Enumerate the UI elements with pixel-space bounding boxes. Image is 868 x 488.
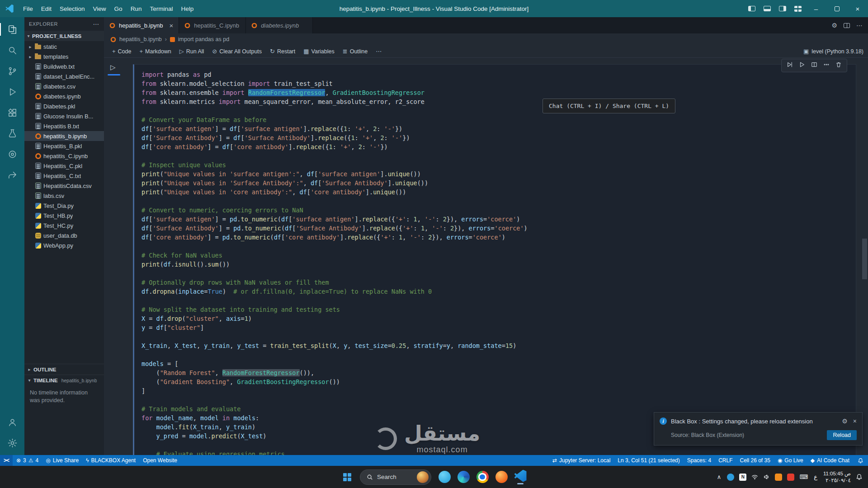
app-vscode-icon[interactable] — [511, 467, 530, 488]
toolbar-more-actions[interactable]: ⋯ — [372, 47, 385, 56]
tab-hepatitis-b-ipynb[interactable]: hepatitis_b.ipynb× — [104, 17, 179, 33]
menu-selection[interactable]: Selection — [56, 4, 89, 14]
code-cell[interactable]: import pandas as pdfrom sklearn.model_se… — [133, 64, 856, 455]
customize-layout-icon[interactable] — [794, 6, 802, 12]
problems[interactable]: ⊗3⚠4 — [13, 455, 42, 466]
activity-extensions-icon[interactable] — [0, 102, 24, 123]
gear-icon[interactable]: ⚙ — [831, 22, 837, 29]
indentation[interactable]: Spaces: 4 — [684, 455, 715, 466]
folder-static[interactable]: ▸static — [24, 42, 104, 52]
file-labs-csv[interactable]: labs.csv — [24, 191, 104, 201]
close-button[interactable]: × — [847, 0, 868, 17]
notification-close-icon[interactable]: × — [853, 418, 857, 425]
app-messenger-icon[interactable] — [435, 467, 454, 488]
menu-view[interactable]: View — [89, 4, 110, 14]
notification-gear-icon[interactable]: ⚙ — [842, 418, 848, 425]
menu-go[interactable]: Go — [110, 4, 127, 14]
file-test-hb-py[interactable]: Test_HB.py — [24, 211, 104, 221]
editor-scrollbar[interactable] — [862, 239, 867, 279]
toolbar-outline[interactable]: ≣Outline — [339, 47, 372, 56]
go-live[interactable]: ◉Go Live — [774, 455, 807, 466]
maximize-button[interactable] — [826, 0, 847, 17]
cell-position[interactable]: Cell 26 of 35 — [736, 455, 774, 466]
live-share[interactable]: ◎Live Share — [42, 455, 82, 466]
file-diabetes-ipynb[interactable]: diabetes.ipynb — [24, 91, 104, 101]
execute-cell-icon[interactable] — [799, 61, 805, 70]
n-app-tray-icon[interactable]: N — [739, 474, 746, 481]
menu-file[interactable]: File — [19, 4, 37, 14]
breadcrumb-file[interactable]: hepatitis_b.ipynb — [119, 36, 162, 42]
file-hepatitis-c-txt[interactable]: Hepatitis_C.txt — [24, 171, 104, 181]
file-diabetes-csv[interactable]: diabetes.csv — [24, 81, 104, 91]
activity-blackbox-icon[interactable] — [0, 144, 24, 164]
toolbar-restart[interactable]: ↻Restart — [266, 47, 299, 56]
activity-run-debug-icon[interactable] — [0, 81, 24, 102]
reload-button[interactable]: Reload — [827, 430, 857, 440]
red-app-tray-icon[interactable] — [787, 474, 794, 481]
file-hepatitis-b-pkl[interactable]: Hepatitis_B.pkl — [24, 141, 104, 151]
app-edge-icon[interactable] — [454, 467, 473, 488]
blackbox-agent[interactable]: ϟBLACKBOX Agent — [82, 455, 139, 466]
toolbar-run-all[interactable]: ▷Run All — [176, 47, 208, 56]
file-webapp-py[interactable]: WebApp.py — [24, 240, 104, 250]
menu-terminal[interactable]: Terminal — [146, 4, 177, 14]
taskbar-clock[interactable]: 11:05:45 ص ٢٠٢٥/٠٩/٠٤ — [823, 470, 851, 484]
file-hepatitis-c-pkl[interactable]: Hepatitis_C.pkl — [24, 161, 104, 171]
eol-sequence[interactable]: CRLF — [715, 455, 736, 466]
more-actions-icon[interactable] — [823, 61, 830, 70]
file-hepatitis-c-ipynb[interactable]: hepatitis_C.ipynb — [24, 151, 104, 161]
activity-live-share-icon[interactable] — [0, 164, 24, 185]
touch-keyboard-icon[interactable]: ⌨ — [799, 474, 808, 480]
delete-cell-icon[interactable] — [835, 61, 842, 70]
volume-icon[interactable] — [763, 474, 770, 480]
folder-templates[interactable]: ▸templates — [24, 52, 104, 61]
cursor-position[interactable]: Ln 3, Col 51 (21 selected) — [614, 455, 683, 466]
breadcrumb-cell[interactable]: import pandas as pd — [178, 36, 229, 42]
file-hepatitis-b-ipynb[interactable]: hepatitis_b.ipynb — [24, 131, 104, 141]
file-diabetes-pkl[interactable]: Diabetes.pkl — [24, 101, 104, 111]
remote-indicator[interactable]: >< — [0, 455, 13, 466]
tray-expand-icon[interactable]: ∧ — [716, 474, 722, 480]
file-buildweb-txt[interactable]: Buildweb.txt — [24, 61, 104, 71]
search-highlight-icon[interactable] — [417, 471, 429, 483]
section-project-illness[interactable]: ▾ PROJECT_ILLNESS — [24, 31, 104, 41]
toggle-secondary-sidebar-icon[interactable] — [779, 6, 786, 11]
app-chrome-icon[interactable] — [473, 467, 492, 488]
app-orange-browser-icon[interactable] — [492, 467, 511, 488]
wifi-icon[interactable] — [751, 474, 758, 480]
file-dataset-labelenc[interactable]: dataset_LabelEnc... — [24, 71, 104, 81]
close-icon[interactable]: × — [170, 22, 174, 29]
toggle-sidebar-icon[interactable] — [748, 6, 755, 11]
explorer-more-actions-icon[interactable]: ⋯ — [93, 20, 100, 28]
ai-code-chat[interactable]: ◆AI Code Chat — [807, 455, 853, 466]
activity-search-icon[interactable] — [0, 40, 24, 61]
activity-source-control-icon[interactable] — [0, 61, 24, 81]
toolbar-code[interactable]: +Code — [108, 47, 135, 56]
file-hepatitiscdata-csv[interactable]: HepatitisCdata.csv — [24, 181, 104, 191]
file-hepatitis-b-txt[interactable]: Hepatitis B.txt — [24, 121, 104, 131]
timeline-section-header[interactable]: ▾ TIMELINE hepatitis_b.ipynb — [24, 375, 104, 385]
menu-run[interactable]: Run — [127, 4, 146, 14]
language-indicator[interactable]: ع — [813, 474, 818, 480]
split-editor-icon[interactable] — [844, 23, 850, 28]
notifications-bell-icon[interactable] — [853, 455, 868, 466]
taskbar-search[interactable]: Search — [360, 469, 431, 485]
toolbar-markdown[interactable]: +Markdown — [136, 47, 175, 56]
toolbar-clear-all-outputs[interactable]: ⊘Clear All Outputs — [208, 47, 265, 56]
onedrive-tray-icon[interactable] — [727, 474, 734, 481]
minimize-button[interactable]: – — [806, 0, 826, 17]
chat-share-tooltip[interactable]: Chat (CTRL + I) / Share (CTRL + L) — [542, 99, 675, 113]
file-test-hc-py[interactable]: Test_HC.py — [24, 221, 104, 230]
jupyter-server[interactable]: ⇄Jupyter Server: Local — [549, 455, 614, 466]
notification-center-bell-icon[interactable] — [856, 474, 863, 480]
open-website[interactable]: Open Website — [139, 455, 181, 466]
more-actions-icon[interactable]: ⋯ — [856, 22, 863, 29]
settings-gear-icon[interactable] — [0, 432, 24, 453]
orange-app-tray-icon[interactable] — [775, 474, 782, 481]
outline-section-header[interactable]: ▸ OUTLINE — [24, 364, 104, 375]
split-cell-icon[interactable] — [811, 61, 817, 70]
run-by-line-icon[interactable] — [787, 61, 793, 70]
toolbar-variables[interactable]: ▦Variables — [300, 47, 338, 56]
file-glucose-insulin-b[interactable]: Glucose Insulin B... — [24, 111, 104, 121]
activity-explorer-icon[interactable] — [0, 19, 24, 40]
